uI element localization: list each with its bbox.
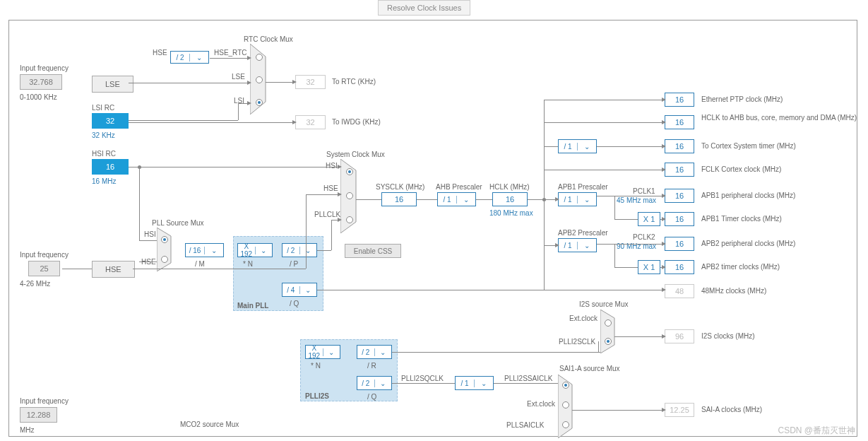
i2smux-ext: Ext.clock [569, 314, 598, 322]
plli2s-n-lbl: * N [311, 362, 321, 370]
mainpll-n-lbl: * N [243, 260, 253, 268]
ahb-title: AHB Prescaler [436, 183, 482, 191]
out-apb1p-val: 16 [665, 189, 694, 203]
i2smux-shape [600, 310, 620, 353]
i2smux-radio-ext[interactable] [605, 319, 612, 327]
out-apb1p-lbl: APB1 peripheral clocks (MHz) [701, 192, 795, 199]
out-i2s-val: 96 [665, 329, 694, 343]
apb1-mult: X 1 [638, 212, 660, 226]
rtc-radio-lsi[interactable] [256, 99, 263, 106]
apb1-title: APB1 Prescaler [558, 183, 608, 191]
sysclk-mux-title: System Clock Mux [326, 151, 385, 158]
rtc-radio-lse[interactable] [256, 76, 263, 83]
pllsrc-m[interactable]: / 16⌄ [185, 243, 224, 257]
svg-marker-1 [157, 228, 171, 271]
out-hclk-lbl: HCLK to AHB bus, core, memory and DMA (M… [701, 114, 800, 122]
pllsrc-title: PLL Source Mux [152, 219, 204, 227]
mainpll-title: Main PLL [237, 302, 268, 310]
plli2s-q-lbl: / Q [367, 393, 376, 401]
out-eth-val: 16 [665, 93, 694, 107]
plli2s-title: PLLI2S [305, 392, 329, 400]
apb2-div[interactable]: / 1⌄ [558, 238, 597, 252]
rtc-mux-title: RTC Clock Mux [244, 35, 293, 43]
out-systick-val: 16 [665, 139, 694, 153]
out-sai-val: 12.25 [665, 403, 694, 417]
out-apb2p-val: 16 [665, 237, 694, 251]
sysclk-radio-hse[interactable] [346, 192, 353, 199]
hclk-max: 180 MHz max [489, 209, 533, 217]
enable-css-button[interactable]: Enable CSS [345, 244, 401, 258]
pllsrc-radio-hsi[interactable] [161, 236, 168, 243]
sai-radio-1[interactable] [562, 382, 569, 389]
hsi-val: 16 [92, 159, 129, 175]
apb1-pclk: PCLK1 [633, 187, 655, 195]
lse-freq-range: 0-1000 KHz [20, 93, 57, 101]
apb1-max: 45 MHz max [617, 196, 656, 204]
sai-out-lbl: PLLI2SSAICLK [504, 375, 552, 382]
rtc-lse-lbl: LSE [232, 73, 245, 81]
i2s-freq-range: MHz [20, 426, 35, 434]
saimux-title: SAI1-A source Mux [559, 365, 620, 372]
iwdg-out-lbl: To IWDG (KHz) [332, 118, 381, 126]
mco2-title: MCO2 source Mux [180, 421, 239, 428]
toolbar: Resolve Clock Issues [0, 0, 868, 20]
lse-freq-value[interactable]: 32.768 [20, 74, 62, 90]
sysclk-pllclk: PLLCLK [314, 211, 340, 218]
sysclk-lbl: SYSCLK (MHz) [376, 183, 424, 191]
svg-marker-3 [600, 310, 614, 353]
mainpll-q-lbl: / Q [290, 300, 299, 307]
pllsrc-hsi: HSI [144, 230, 156, 238]
out-apb2t-val: 16 [665, 260, 694, 274]
i2smux-radio-pll[interactable] [605, 338, 612, 345]
sysclk-radio-hsi[interactable] [346, 168, 353, 175]
out-usb-val: 48 [665, 284, 694, 298]
sai-radio-2[interactable] [562, 401, 569, 408]
resolve-clock-issues-button[interactable]: Resolve Clock Issues [378, 0, 470, 16]
plli2s-r[interactable]: / 2⌄ [357, 345, 392, 359]
apb2-title: APB2 Prescaler [558, 229, 608, 237]
apb2-pclk: PCLK2 [633, 233, 655, 241]
out-hclk-val: 16 [665, 115, 694, 129]
out-sai-lbl: SAI-A clocks (MHz) [701, 406, 762, 413]
rtc-out-val: 32 [295, 75, 326, 89]
hse-freq-range: 4-26 MHz [20, 280, 50, 288]
apb1-div[interactable]: / 1⌄ [558, 192, 597, 206]
i2smux-title: I2S source Mux [579, 300, 628, 308]
i2smux-pll: PLLI2SCLK [559, 338, 595, 346]
hse-source[interactable]: HSE [92, 261, 135, 278]
hse-rtc-lbl: HSE_RTC [214, 49, 247, 57]
watermark: CSDN @番茄灭世神 [778, 425, 855, 437]
out-eth-lbl: Ethernet PTP clock (MHz) [701, 95, 783, 103]
pllsrc-radio-hse[interactable] [161, 256, 168, 263]
mainpll-n[interactable]: X 192⌄ [237, 243, 273, 257]
out-fclk-val: 16 [665, 163, 694, 177]
plli2s-n[interactable]: X 192⌄ [305, 345, 340, 359]
sai-pllsai: PLLSAICLK [506, 421, 544, 429]
rtc-hse-div[interactable]: / 2⌄ [170, 51, 209, 64]
sai-div[interactable]: / 1⌄ [455, 376, 494, 390]
plli2s-q[interactable]: / 2⌄ [357, 376, 392, 390]
i2s-freq-value[interactable]: 12.288 [20, 407, 57, 423]
hse-freq-title: Input frequency [20, 251, 69, 259]
out-fclk-lbl: FCLK Cortex clock (MHz) [701, 165, 781, 173]
sysclk-hse: HSE [323, 184, 338, 192]
out-usb-lbl: 48MHz clocks (MHz) [701, 287, 766, 295]
sysclk-val: 16 [381, 192, 417, 206]
hsi-rc-label: HSI RC [92, 150, 116, 158]
lse-freq-title: Input frequency [20, 64, 69, 72]
sai-radio-3[interactable] [562, 421, 569, 428]
systick-div[interactable]: / 1⌄ [558, 139, 597, 153]
sai-sqclk: PLLI2SQCLK [401, 375, 444, 382]
mainpll-q[interactable]: / 4⌄ [282, 283, 317, 297]
plli2s-r-lbl: / R [367, 362, 376, 370]
mainpll-p[interactable]: / 2⌄ [282, 243, 317, 257]
out-apb2t-lbl: APB2 timer clocks (MHz) [701, 263, 780, 271]
sysclk-radio-pll[interactable] [346, 216, 353, 223]
ahb-div[interactable]: / 1⌄ [437, 192, 476, 206]
hclk-val: 16 [492, 192, 528, 206]
iwdg-out-val: 32 [295, 115, 326, 129]
out-i2s-lbl: I2S clocks (MHz) [701, 332, 755, 340]
lse-source[interactable]: LSE [92, 76, 133, 93]
rtc-radio-hse[interactable] [256, 54, 263, 61]
hse-freq-value[interactable]: 25 [28, 261, 60, 276]
